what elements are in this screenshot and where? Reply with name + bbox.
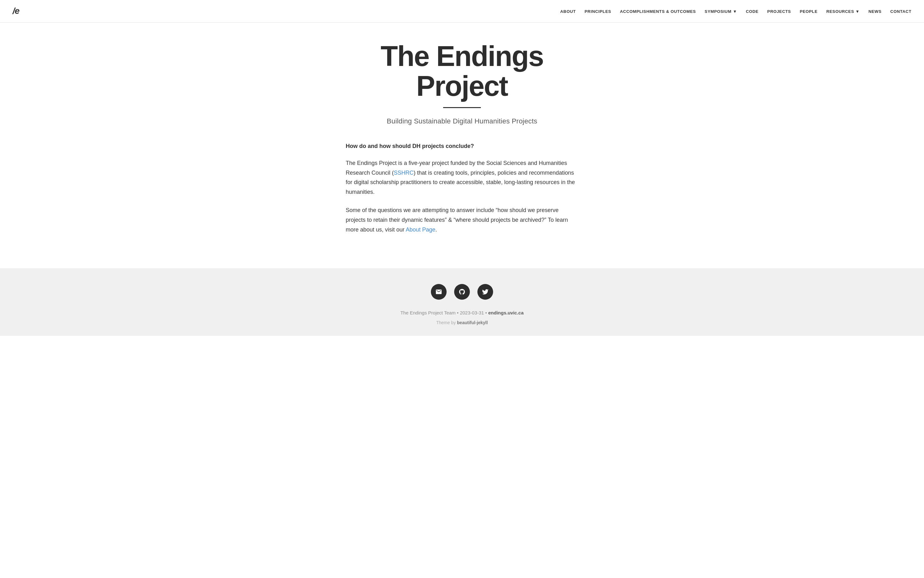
footer-site: endings.uvic.ca	[488, 310, 524, 315]
nav-item-people[interactable]: PEOPLE	[800, 6, 818, 16]
nav-item-symposium[interactable]: SYMPOSIUM ▼	[704, 6, 737, 16]
nav-link-code[interactable]: CODE	[746, 9, 758, 14]
nav-link-accomplishments[interactable]: ACCOMPLISHMENTS & OUTCOMES	[620, 9, 696, 14]
nav-item-principles[interactable]: PRINCIPLES	[584, 6, 611, 16]
email-icon-button[interactable]	[431, 284, 447, 300]
about-page-link[interactable]: About Page	[406, 226, 435, 233]
nav-link-people[interactable]: PEOPLE	[800, 9, 818, 14]
section-question: How do and how should DH projects conclu…	[346, 142, 578, 151]
footer-team: The Endings Project Team	[400, 310, 456, 315]
nav-link-projects[interactable]: PROJECTS	[767, 9, 791, 14]
nav-item-about[interactable]: ABOUT	[560, 6, 576, 16]
footer-theme: Theme by beautiful-jekyll	[6, 319, 918, 326]
footer-meta: The Endings Project Team • 2023-03-31 • …	[6, 309, 918, 317]
paragraph-2: Some of the questions we are attempting …	[346, 205, 578, 234]
email-icon	[435, 288, 442, 295]
nav-link-resources[interactable]: RESOURCES ▼	[826, 9, 860, 14]
nav-item-accomplishments[interactable]: ACCOMPLISHMENTS & OUTCOMES	[620, 6, 696, 16]
nav-link-principles[interactable]: PRINCIPLES	[584, 9, 611, 14]
page-title: The Endings Project	[346, 41, 578, 101]
paragraph2-text-after: .	[435, 226, 437, 233]
nav-link-contact[interactable]: CONTACT	[890, 9, 911, 14]
github-icon	[459, 288, 465, 295]
footer-theme-label: Theme by	[436, 320, 457, 325]
nav-item-contact[interactable]: CONTACT	[890, 6, 911, 16]
footer-social-icons	[6, 284, 918, 300]
footer-sep1: •	[456, 310, 460, 315]
footer-sep2: •	[484, 310, 488, 315]
nav-item-news[interactable]: NEWS	[869, 6, 882, 16]
site-logo[interactable]: /e	[13, 4, 19, 18]
main-content: The Endings Project Building Sustainable…	[340, 23, 584, 268]
footer-theme-name: beautiful-jekyll	[457, 320, 488, 325]
nav-menu: ABOUT PRINCIPLES ACCOMPLISHMENTS & OUTCO…	[560, 6, 911, 16]
footer-date: 2023-03-31	[460, 310, 484, 315]
nav-link-news[interactable]: NEWS	[869, 9, 882, 14]
sshrc-link[interactable]: SSHRC	[394, 170, 413, 176]
title-divider	[443, 107, 481, 108]
footer: The Endings Project Team • 2023-03-31 • …	[0, 268, 924, 336]
nav-item-resources[interactable]: RESOURCES ▼	[826, 6, 860, 16]
navbar: /e ABOUT PRINCIPLES ACCOMPLISHMENTS & OU…	[0, 0, 924, 23]
twitter-icon-button[interactable]	[477, 284, 493, 300]
nav-link-symposium[interactable]: SYMPOSIUM ▼	[704, 9, 737, 14]
paragraph-1: The Endings Project is a five-year proje…	[346, 158, 578, 196]
nav-item-projects[interactable]: PROJECTS	[767, 6, 791, 16]
twitter-icon	[482, 288, 489, 295]
page-subtitle: Building Sustainable Digital Humanities …	[346, 115, 578, 127]
nav-link-about[interactable]: ABOUT	[560, 9, 576, 14]
nav-item-code[interactable]: CODE	[746, 6, 758, 16]
paragraph2-text-before: Some of the questions we are attempting …	[346, 207, 568, 232]
github-icon-button[interactable]	[454, 284, 470, 300]
